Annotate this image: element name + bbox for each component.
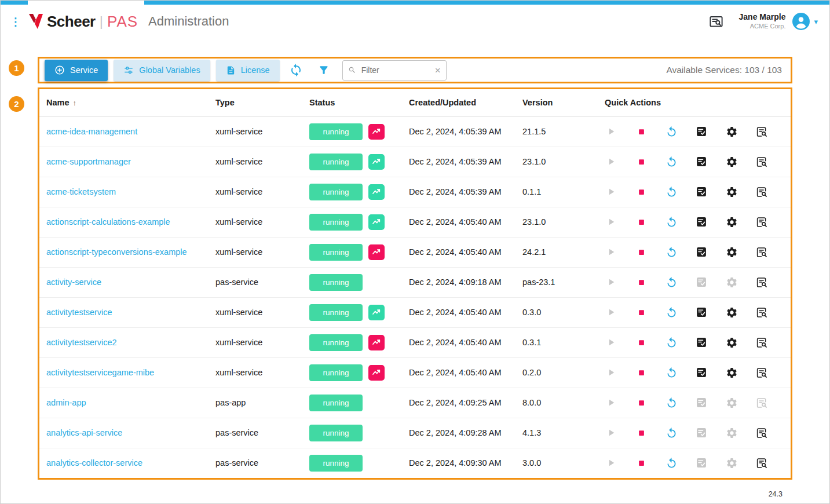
restart-icon-button[interactable] — [665, 156, 678, 168]
api-docs-icon-button[interactable] — [755, 276, 768, 288]
restart-icon-button[interactable] — [665, 397, 678, 409]
stop-icon-button[interactable] — [635, 127, 648, 136]
settings-icon-button[interactable] — [725, 457, 738, 469]
restart-icon-button[interactable] — [665, 186, 678, 198]
log-analyzer-icon[interactable] — [708, 14, 724, 30]
restart-icon-button[interactable] — [665, 427, 678, 439]
logs-icon-button[interactable] — [695, 457, 708, 469]
api-docs-icon-button[interactable] — [755, 367, 768, 379]
settings-icon-button[interactable] — [725, 306, 738, 319]
monitoring-chart-icon[interactable] — [368, 335, 385, 350]
restart-icon-button[interactable] — [665, 216, 678, 228]
stop-icon-button[interactable] — [635, 429, 648, 437]
logs-icon-button[interactable] — [695, 186, 708, 198]
monitoring-chart-icon[interactable] — [368, 305, 385, 320]
restart-icon-button[interactable] — [665, 306, 678, 319]
service-name-link[interactable]: analytics-collector-service — [46, 458, 142, 468]
monitoring-chart-icon[interactable] — [368, 154, 385, 170]
start-icon-button[interactable] — [605, 126, 617, 137]
start-icon-button[interactable] — [605, 428, 617, 438]
logs-icon-button[interactable] — [695, 427, 708, 439]
start-icon-button[interactable] — [605, 247, 617, 257]
service-name-link[interactable]: analytics-api-service — [46, 428, 122, 437]
filter-input[interactable] — [360, 65, 431, 75]
start-icon-button[interactable] — [605, 397, 617, 408]
settings-icon-button[interactable] — [725, 337, 738, 349]
service-name-link[interactable]: activitytestservice — [46, 308, 112, 317]
column-header-name[interactable]: Name↑ — [39, 89, 209, 116]
service-name-link[interactable]: actionscript-typeconversions-example — [46, 247, 187, 257]
service-name-link[interactable]: actionscript-calculations-example — [46, 217, 170, 227]
logs-icon-button[interactable] — [695, 126, 708, 137]
api-docs-icon-button[interactable] — [755, 397, 768, 409]
monitoring-chart-icon[interactable] — [368, 184, 385, 200]
api-docs-icon-button[interactable] — [755, 186, 768, 198]
filter-funnel-icon[interactable] — [318, 64, 330, 76]
monitoring-chart-icon[interactable] — [368, 244, 385, 260]
settings-icon-button[interactable] — [725, 427, 738, 439]
start-icon-button[interactable] — [605, 337, 617, 348]
monitoring-chart-icon[interactable] — [368, 124, 385, 140]
start-icon-button[interactable] — [605, 277, 617, 287]
stop-icon-button[interactable] — [635, 368, 648, 377]
clear-filter-icon[interactable]: × — [435, 65, 441, 75]
api-docs-icon-button[interactable] — [755, 306, 768, 319]
global-variables-button[interactable]: Global Variables — [114, 60, 210, 81]
logs-icon-button[interactable] — [695, 367, 708, 378]
service-name-link[interactable]: activitytestservicegame-mibe — [46, 368, 154, 377]
stop-icon-button[interactable] — [635, 248, 648, 257]
restart-icon-button[interactable] — [665, 337, 678, 349]
monitoring-chart-icon[interactable] — [368, 214, 385, 230]
settings-icon-button[interactable] — [725, 397, 738, 409]
refresh-list-icon[interactable] — [289, 63, 303, 77]
api-docs-icon-button[interactable] — [755, 216, 768, 228]
settings-icon-button[interactable] — [725, 367, 738, 379]
settings-icon-button[interactable] — [725, 216, 738, 228]
stop-icon-button[interactable] — [635, 338, 648, 347]
start-icon-button[interactable] — [605, 458, 617, 468]
start-icon-button[interactable] — [605, 156, 617, 167]
stop-icon-button[interactable] — [635, 308, 648, 317]
start-icon-button[interactable] — [605, 187, 617, 197]
restart-icon-button[interactable] — [665, 246, 678, 258]
monitoring-chart-icon[interactable] — [368, 365, 385, 381]
column-header-version[interactable]: Version — [515, 89, 598, 116]
service-name-link[interactable]: acme-idea-management — [46, 127, 137, 136]
logs-icon-button[interactable] — [695, 337, 708, 348]
api-docs-icon-button[interactable] — [755, 126, 768, 138]
api-docs-icon-button[interactable] — [755, 337, 768, 349]
stop-icon-button[interactable] — [635, 399, 648, 407]
restart-icon-button[interactable] — [665, 457, 678, 469]
stop-icon-button[interactable] — [635, 158, 648, 166]
settings-icon-button[interactable] — [725, 126, 738, 138]
stop-icon-button[interactable] — [635, 278, 648, 287]
service-name-link[interactable]: acme-ticketsystem — [46, 187, 116, 196]
settings-icon-button[interactable] — [725, 156, 738, 168]
menu-kebab-icon[interactable]: ⋮ — [5, 15, 26, 28]
column-header-status[interactable]: Status — [302, 89, 402, 116]
user-avatar[interactable] — [792, 13, 810, 30]
column-header-type[interactable]: Type — [209, 89, 302, 116]
start-icon-button[interactable] — [605, 367, 617, 378]
service-name-link[interactable]: activitytestservice2 — [46, 338, 117, 347]
api-docs-icon-button[interactable] — [755, 246, 768, 258]
service-name-link[interactable]: admin-app — [46, 398, 86, 407]
settings-icon-button[interactable] — [725, 276, 738, 288]
stop-icon-button[interactable] — [635, 218, 648, 227]
chevron-down-icon[interactable]: ▾ — [814, 17, 818, 26]
api-docs-icon-button[interactable] — [755, 457, 768, 469]
settings-icon-button[interactable] — [725, 246, 738, 258]
logs-icon-button[interactable] — [695, 246, 708, 258]
api-docs-icon-button[interactable] — [755, 156, 768, 168]
license-button[interactable]: License — [216, 60, 280, 81]
stop-icon-button[interactable] — [635, 459, 648, 468]
add-service-button[interactable]: Service — [45, 60, 108, 81]
api-docs-icon-button[interactable] — [755, 427, 768, 439]
logs-icon-button[interactable] — [695, 216, 708, 228]
logs-icon-button[interactable] — [695, 156, 708, 167]
service-name-link[interactable]: activity-service — [46, 277, 101, 287]
logs-icon-button[interactable] — [695, 397, 708, 408]
start-icon-button[interactable] — [605, 217, 617, 227]
logs-icon-button[interactable] — [695, 306, 708, 318]
logs-icon-button[interactable] — [695, 276, 708, 288]
